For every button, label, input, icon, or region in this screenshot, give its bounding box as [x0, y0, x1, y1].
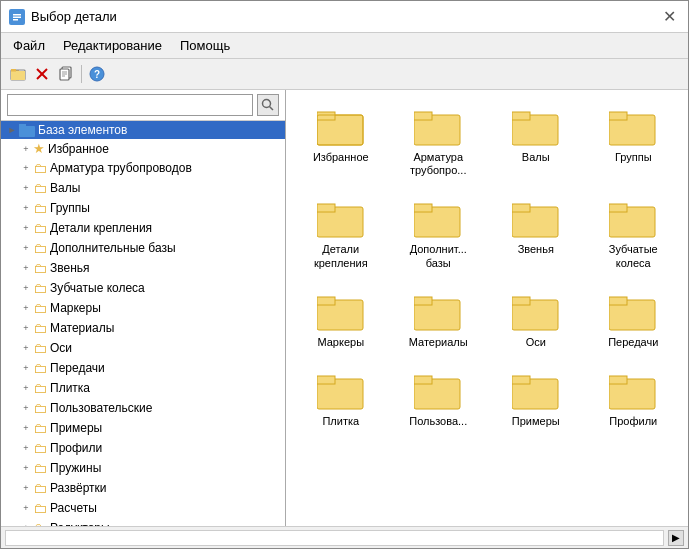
tree-item-detali[interactable]: + 🗀 Детали крепления [1, 218, 285, 238]
tree-label-primery: Примеры [50, 421, 102, 435]
tree-label-razvyortki: Развёртки [50, 481, 107, 495]
grid-item-det[interactable]: Детали крепления [294, 190, 388, 278]
tree-item-razvyortki[interactable]: + 🗀 Развёртки [1, 478, 285, 498]
search-input[interactable] [7, 94, 253, 116]
main-window: Выбор детали ✕ Файл Редактирование Помощ… [0, 0, 689, 549]
tree-item-zub[interactable]: + 🗀 Зубчатые колеса [1, 278, 285, 298]
svg-rect-35 [512, 204, 530, 212]
tree-label-profili: Профили [50, 441, 102, 455]
tree-label-pruzhiny: Пружины [50, 461, 101, 475]
icon-grid: Избранное Арматура трубопро... [294, 98, 680, 437]
window-title: Выбор детали [31, 9, 117, 24]
tree-label-base: База элементов [38, 123, 127, 137]
close-button[interactable]: ✕ [659, 7, 680, 26]
tree-item-reduktory[interactable]: + 🗀 Редукторы [1, 518, 285, 526]
help-button[interactable]: ? [86, 63, 108, 85]
tree-label-detali: Детали крепления [50, 221, 152, 235]
grid-item-osi[interactable]: Оси [489, 283, 583, 358]
title-bar: Выбор детали ✕ [1, 1, 688, 33]
folder-icon-pro: 🗀 [33, 440, 47, 456]
folder-icon-big-mar [317, 292, 365, 332]
menu-help[interactable]: Помощь [172, 35, 238, 56]
grid-item-pri[interactable]: Примеры [489, 362, 583, 437]
toggle-base[interactable]: ► [5, 125, 19, 135]
grid-label-arm: Арматура трубопро... [403, 151, 473, 177]
grid-item-mar[interactable]: Маркеры [294, 283, 388, 358]
open-button[interactable] [7, 63, 29, 85]
grid-label-grp: Группы [615, 151, 652, 164]
status-bar-arrow[interactable]: ▶ [668, 530, 684, 546]
grid-label-per: Передачи [608, 336, 658, 349]
tree-item-armatura[interactable]: + 🗀 Арматура трубопроводов [1, 158, 285, 178]
tree-item-polz[interactable]: + 🗀 Пользовательские [1, 398, 285, 418]
copy-button[interactable] [55, 63, 77, 85]
tree-label-gruppy: Группы [50, 201, 90, 215]
tree-item-osi[interactable]: + 🗀 Оси [1, 338, 285, 358]
grid-item-arm[interactable]: Арматура трубопро... [392, 98, 486, 186]
menu-edit[interactable]: Редактирование [55, 35, 170, 56]
folder-icon-gruppy: 🗀 [33, 200, 47, 216]
tree-item-plitka[interactable]: + 🗀 Плитка [1, 378, 285, 398]
tree-item-zvenya[interactable]: + 🗀 Звенья [1, 258, 285, 278]
grid-item-per[interactable]: Передачи [587, 283, 681, 358]
grid-label-fav: Избранное [313, 151, 369, 164]
tree-label-peredachi: Передачи [50, 361, 105, 375]
svg-rect-1 [13, 14, 21, 16]
folder-icon-plt: 🗀 [33, 380, 47, 396]
grid-item-pro[interactable]: Профили [587, 362, 681, 437]
folder-icon-dop: 🗀 [33, 240, 47, 256]
svg-rect-22 [317, 112, 335, 120]
tree-item-materialy[interactable]: + 🗀 Материалы [1, 318, 285, 338]
grid-item-val[interactable]: Валы [489, 98, 583, 186]
grid-item-mat[interactable]: Материалы [392, 283, 486, 358]
tree-label-raschety: Расчеты [50, 501, 97, 515]
svg-rect-27 [512, 112, 530, 120]
toolbar-separator [81, 65, 82, 83]
folder-icon-big-zub [609, 199, 657, 239]
svg-rect-31 [317, 204, 335, 212]
grid-item-fav[interactable]: Избранное [294, 98, 388, 186]
grid-label-pri: Примеры [512, 415, 560, 428]
folder-icon-big-zv [512, 199, 560, 239]
grid-label-mar: Маркеры [317, 336, 364, 349]
svg-text:?: ? [94, 69, 100, 80]
grid-item-zv[interactable]: Звенья [489, 190, 583, 278]
folder-icon-big-fav [317, 107, 365, 147]
folder-icon-per: 🗀 [33, 360, 47, 376]
menu-file[interactable]: Файл [5, 35, 53, 56]
folder-icon-razv: 🗀 [33, 480, 47, 496]
grid-label-dop: Дополнит... базы [403, 243, 473, 269]
search-bar [1, 90, 285, 121]
folder-icon-zv: 🗀 [33, 260, 47, 276]
grid-item-dop[interactable]: Дополнит... базы [392, 190, 486, 278]
grid-item-grp[interactable]: Группы [587, 98, 681, 186]
tree-item-primery[interactable]: + 🗀 Примеры [1, 418, 285, 438]
svg-rect-37 [609, 204, 627, 212]
tree-item-pruzhiny[interactable]: + 🗀 Пружины [1, 458, 285, 478]
tree-item-favorites[interactable]: + ★ Избранное [1, 139, 285, 158]
tree-item-base[interactable]: ► База элементов [1, 121, 285, 139]
grid-item-plt[interactable]: Плитка [294, 362, 388, 437]
tree-item-gruppy[interactable]: + 🗀 Группы [1, 198, 285, 218]
folder-icon-osi: 🗀 [33, 340, 47, 356]
folder-icon-big-grp [609, 107, 657, 147]
tree-item-peredachi[interactable]: + 🗀 Передачи [1, 358, 285, 378]
tree-item-profili[interactable]: + 🗀 Профили [1, 438, 285, 458]
folder-icon-big-dop [414, 199, 462, 239]
right-panel: Избранное Арматура трубопро... [286, 90, 688, 526]
tree-item-valy[interactable]: + 🗀 Валы [1, 178, 285, 198]
delete-button[interactable] [31, 63, 53, 85]
folder-icon-pri: 🗀 [33, 420, 47, 436]
search-button[interactable] [257, 94, 279, 116]
tree-label-armatura: Арматура трубопроводов [50, 161, 192, 175]
svg-rect-53 [609, 376, 627, 384]
tree-item-raschety[interactable]: + 🗀 Расчеты [1, 498, 285, 518]
grid-item-pol[interactable]: Пользова... [392, 362, 486, 437]
svg-rect-41 [414, 297, 432, 305]
tree-item-markery[interactable]: + 🗀 Маркеры [1, 298, 285, 318]
svg-rect-47 [317, 376, 335, 384]
toggle-favorites[interactable]: + [19, 144, 33, 154]
grid-item-zub[interactable]: Зубчатые колеса [587, 190, 681, 278]
tree-label-favorites: Избранное [48, 142, 109, 156]
tree-item-dop[interactable]: + 🗀 Дополнительные базы [1, 238, 285, 258]
